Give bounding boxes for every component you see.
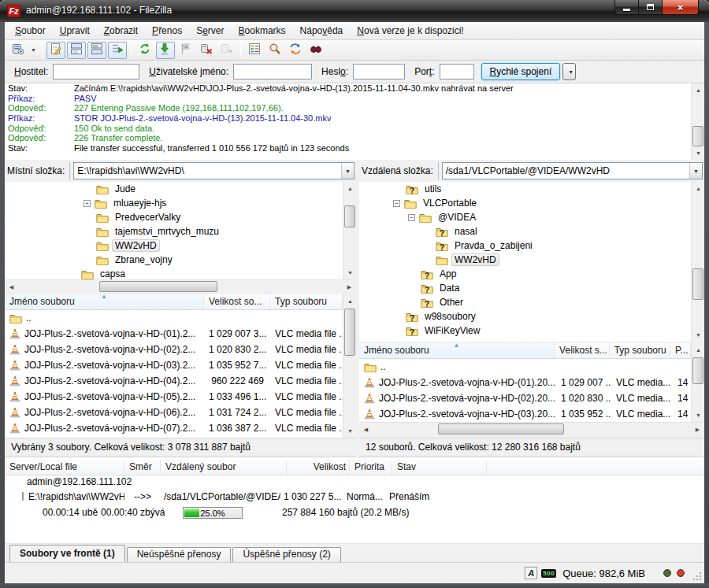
remote-list-horizontal-scrollbar[interactable]: ◀▶ bbox=[359, 422, 704, 435]
local-directory-combo[interactable]: E:\!rapidsh\avi\WW2vHD\ ▼ bbox=[73, 162, 354, 179]
local-list-header[interactable]: ▲Jméno souboruVelikost so...Typ souboru bbox=[5, 294, 343, 310]
file-row[interactable]: JOJ-Plus-2.-svetová-vojna-v-HD-(02).20..… bbox=[359, 390, 691, 406]
menu-zobrazit[interactable]: Zobrazit bbox=[97, 24, 145, 38]
resize-grip[interactable] bbox=[692, 571, 703, 582]
remote-directory-combo[interactable]: /sda1/VLCPortable/@VIDEA/WW2vHD ▼ bbox=[442, 162, 703, 179]
log-vertical-scrollbar[interactable]: ▲ ▼ bbox=[691, 83, 704, 160]
local-tree[interactable]: Jude+mluaeyje-hjsPredvecerValkytajemstvi… bbox=[5, 182, 343, 279]
menu-soubor[interactable]: Soubor bbox=[8, 24, 53, 38]
toggle-remote-tree-button[interactable] bbox=[87, 42, 106, 59]
menu-upravit[interactable]: Upravit bbox=[53, 24, 97, 38]
restore-button[interactable] bbox=[639, 0, 662, 15]
tree-item-data[interactable]: ?Data bbox=[359, 281, 691, 295]
file-row[interactable]: JOJ-Plus-2.-svetová-vojna-v-HD-(07).2...… bbox=[5, 420, 343, 436]
tree-item-ww2vhd[interactable]: WW2vHD bbox=[359, 253, 691, 267]
remote-file-list[interactable]: ..JOJ-Plus-2.-svetová-vojna-v-HD-(01).20… bbox=[359, 359, 691, 422]
local-tree-vertical-scrollbar[interactable]: ▲▼ bbox=[343, 182, 356, 279]
local-file-list[interactable]: ..JOJ-Plus-2.-svetová-vojna-v-HD-(01).2.… bbox=[5, 310, 343, 438]
toggle-local-tree-button[interactable] bbox=[67, 42, 86, 59]
tree-item-pravda-o-zabijeni[interactable]: ?Pravda_o_zabijeni bbox=[359, 239, 691, 253]
file-row[interactable]: JOJ-Plus-2.-svetová-vojna-v-HD-(02).2...… bbox=[5, 342, 343, 357]
filezilla-app-icon[interactable]: Fz bbox=[7, 5, 20, 17]
column-header-typ-souboru[interactable]: Typ souboru bbox=[270, 294, 343, 309]
tree-item-ww2vhd[interactable]: WW2vHD bbox=[5, 239, 343, 253]
tree-item-wifikeyview[interactable]: ?WiFiKeyView bbox=[359, 324, 691, 338]
close-button[interactable]: × bbox=[662, 0, 699, 15]
synchronized-browsing-button[interactable] bbox=[286, 42, 305, 59]
port-input[interactable] bbox=[440, 64, 474, 80]
queue-column-sm-r[interactable]: Směr bbox=[124, 460, 161, 475]
password-input[interactable] bbox=[353, 64, 405, 80]
column-header-velikost-so[interactable]: Velikost so... bbox=[204, 294, 270, 309]
column-header-typ-souboru[interactable]: Typ souboru bbox=[610, 343, 670, 358]
file-row[interactable]: .. bbox=[5, 310, 343, 326]
combo-arrow-icon[interactable]: ▼ bbox=[689, 163, 702, 179]
tree-item-videa[interactable]: −@VIDEA bbox=[359, 210, 691, 224]
queue-column-vzd-len-soubor[interactable]: Vzdálený soubor bbox=[161, 460, 287, 475]
file-row[interactable]: JOJ-Plus-2.-svetová-vojna-v-HD-(05).2...… bbox=[5, 389, 343, 405]
menu-server[interactable]: Server bbox=[189, 24, 231, 38]
file-row[interactable]: JOJ-Plus-2.-svetová-vojna-v-HD-(03).2...… bbox=[5, 357, 343, 373]
tab-soubory-ve-front-1[interactable]: Soubory ve frontě (1) bbox=[9, 545, 125, 562]
queue-column-stav[interactable]: Stav bbox=[392, 460, 487, 475]
menu-p-enos[interactable]: Přenos bbox=[145, 24, 189, 38]
quickconnect-dropdown-button[interactable]: ▼ bbox=[562, 63, 576, 80]
column-header-jm-no-souboru[interactable]: ▲Jméno souboru bbox=[359, 343, 555, 358]
queue-server-row[interactable]: admin@192.168.111.102 bbox=[5, 474, 704, 489]
column-header-velikost-s[interactable]: Velikost s... bbox=[555, 343, 610, 358]
toggle-queue-button[interactable] bbox=[108, 42, 127, 59]
quickconnect-button[interactable]: Rychlé spojení bbox=[481, 63, 561, 80]
remote-tree[interactable]: ?utils−VLCPortable−@VIDEA?nasal?Pravda_o… bbox=[359, 182, 691, 342]
tree-item-app[interactable]: ?App bbox=[359, 267, 691, 281]
directory-listing-filters-button[interactable] bbox=[245, 42, 264, 59]
remote-tree-vertical-scrollbar[interactable]: ▲▼ bbox=[691, 182, 704, 342]
remote-list-header[interactable]: ▲Jméno souboruVelikost s...Typ souboruP.… bbox=[359, 343, 691, 359]
expand-icon[interactable]: + bbox=[84, 200, 91, 207]
file-row[interactable]: JOJ-Plus-2.-svetová-vojna-v-HD-(03).20..… bbox=[359, 406, 691, 422]
titlebar[interactable]: Fz admin@192.168.111.102 - FileZilla × bbox=[0, 0, 709, 22]
file-row[interactable]: .. bbox=[359, 359, 691, 375]
tree-item-nasal[interactable]: ?nasal bbox=[359, 224, 691, 239]
process-queue-button[interactable] bbox=[156, 42, 175, 59]
tab-sp-n-p-enosy-2[interactable]: Úspěšné přenosy (2) bbox=[232, 547, 340, 562]
collapse-icon[interactable]: − bbox=[393, 200, 400, 207]
tree-item-capsa[interactable]: capsa bbox=[5, 267, 343, 279]
find-files-button[interactable] bbox=[306, 42, 325, 59]
local-list-vertical-scrollbar[interactable]: ▲▼ bbox=[343, 294, 356, 438]
queue-column-server-local-file[interactable]: Server/Local file bbox=[5, 460, 124, 475]
tab-ne-sp-n-p-enosy[interactable]: Neúspěšné přenosy bbox=[127, 547, 232, 562]
menu-bookmarks[interactable]: Bookmarks bbox=[232, 24, 293, 38]
collapse-icon[interactable]: − bbox=[408, 214, 415, 221]
column-header-p[interactable]: P... bbox=[670, 343, 691, 358]
toggle-log-button[interactable] bbox=[46, 42, 65, 59]
tree-item-other[interactable]: ?Other bbox=[359, 295, 691, 309]
tree-item-predvecervalky[interactable]: PredvecerValky bbox=[5, 210, 343, 224]
column-header-jm-no-souboru[interactable]: ▲Jméno souboru bbox=[5, 294, 204, 309]
remote-list-vertical-scrollbar[interactable]: ▲▼ bbox=[691, 343, 704, 422]
queue-item-row[interactable]: E:\!rapidsh\avi\WW2vHD\J... -->> /sda1/V… bbox=[5, 489, 704, 504]
local-tree-horizontal-scrollbar[interactable]: ◀▶ bbox=[5, 279, 356, 293]
tree-item-tajemstvi-mrtvych-muzu[interactable]: tajemstvi_mrtvych_muzu bbox=[5, 224, 343, 239]
tree-item-mluaeyje-hjs[interactable]: +mluaeyje-hjs bbox=[5, 196, 343, 210]
refresh-button[interactable] bbox=[135, 42, 154, 59]
reconnect-button[interactable] bbox=[217, 42, 236, 59]
host-input[interactable] bbox=[53, 64, 139, 80]
queue-column-priorita[interactable]: Priorita bbox=[350, 460, 392, 475]
queue-column-velikost[interactable]: Velikost bbox=[287, 460, 350, 475]
tree-item-w98soubory[interactable]: ?w98soubory bbox=[359, 309, 691, 324]
site-manager-button[interactable] bbox=[9, 42, 28, 59]
tree-item-utils[interactable]: ?utils bbox=[359, 182, 691, 196]
minimize-button[interactable] bbox=[614, 0, 639, 15]
speed-limit-icon[interactable]: 500 bbox=[541, 569, 556, 578]
tree-item-zbrane-vojny[interactable]: Zbrane_vojny bbox=[5, 253, 343, 267]
queue-header[interactable]: Server/Local fileSměrVzdálený souborVeli… bbox=[5, 460, 704, 475]
transfer-type-icon[interactable]: A bbox=[525, 567, 537, 579]
file-row[interactable]: JOJ-Plus-2.-svetová-vojna-v-HD-(04).2...… bbox=[5, 373, 343, 389]
site-manager-dropdown[interactable]: ▼ bbox=[28, 42, 39, 59]
combo-arrow-icon[interactable]: ▼ bbox=[341, 163, 354, 179]
file-row[interactable]: JOJ-Plus-2.-svetová-vojna-v-HD-(06).2...… bbox=[5, 405, 343, 420]
file-row[interactable]: JOJ-Plus-2.-svetová-vojna-v-HD-(01).2...… bbox=[5, 326, 343, 342]
menu-n-pov-da[interactable]: Nápověda bbox=[293, 24, 351, 38]
username-input[interactable] bbox=[233, 64, 312, 80]
tree-item-vlcportable[interactable]: −VLCPortable bbox=[359, 196, 691, 210]
